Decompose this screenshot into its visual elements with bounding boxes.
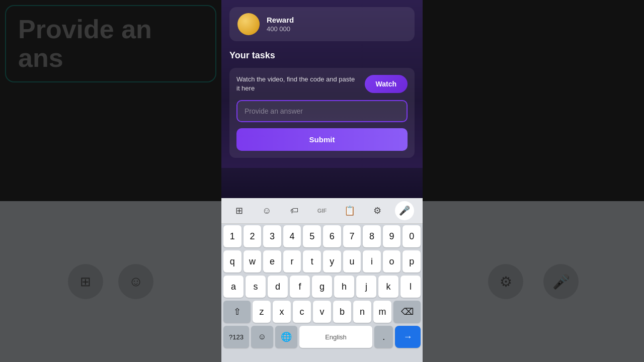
key-5[interactable]: 5 [303, 225, 321, 247]
qwerty-row: q w e r t y u i o p [221, 249, 423, 274]
key-u[interactable]: u [343, 250, 361, 273]
task-description: Watch the video, find the code and paste… [236, 75, 359, 93]
key-s[interactable]: s [246, 276, 266, 298]
key-e[interactable]: e [263, 250, 281, 273]
bg-grid-icon: ⊞ [68, 264, 103, 299]
grid-icon: ⊞ [235, 205, 243, 216]
keyboard-grid-btn[interactable]: ⊞ [229, 201, 249, 220]
background-left-text: Provide an ans [18, 15, 203, 72]
key-h[interactable]: h [334, 276, 354, 298]
key-z[interactable]: z [253, 301, 271, 323]
key-4[interactable]: 4 [283, 225, 301, 247]
reward-card: Reward 400 000 [229, 7, 415, 41]
keyboard-mic-btn[interactable]: 🎤 [395, 201, 414, 220]
mic-icon: 🎤 [399, 205, 410, 216]
reward-value: 400 000 [267, 25, 294, 33]
key-6[interactable]: 6 [323, 225, 341, 247]
space-key[interactable]: English [299, 326, 373, 348]
reward-info: Reward 400 000 [267, 16, 294, 33]
reward-label: Reward [267, 16, 294, 24]
key-f[interactable]: f [290, 276, 310, 298]
keyboard-sticker-btn[interactable]: 🏷 [285, 201, 304, 220]
key-i[interactable]: i [363, 250, 381, 273]
bg-right-icons: ⚙ 🎤 [488, 264, 579, 299]
key-3[interactable]: 3 [263, 225, 281, 247]
emoji-key-icon: ☺ [258, 332, 266, 341]
key-g[interactable]: g [312, 276, 332, 298]
key-a[interactable]: a [223, 276, 244, 298]
asdf-row: a s d f g h j k l [221, 274, 423, 299]
number-row: 1 2 3 4 5 6 7 8 9 0 [221, 224, 423, 249]
bg-keyboard-right: ⚙ 🎤 [423, 201, 644, 362]
bg-left-icons: ⊞ ☺ [68, 264, 153, 299]
keyboard-clipboard-btn[interactable]: 📋 [340, 201, 359, 220]
key-7[interactable]: 7 [343, 225, 361, 247]
globe-key[interactable]: 🌐 [275, 326, 297, 348]
task-row: Watch the video, find the code and paste… [236, 75, 408, 93]
tasks-heading: Your tasks [229, 50, 415, 61]
key-r[interactable]: r [283, 250, 301, 273]
answer-input[interactable] [236, 100, 408, 122]
num-sym-key[interactable]: ?123 [223, 326, 249, 348]
bg-keyboard-left: ⊞ ☺ [0, 201, 221, 362]
key-1[interactable]: 1 [223, 225, 242, 247]
key-8[interactable]: 8 [363, 225, 381, 247]
zxcv-row: ⇧ z x c v b n m ⌫ [221, 299, 423, 324]
emoji-icon: ☺ [262, 206, 271, 216]
backspace-icon: ⌫ [401, 306, 414, 317]
key-k[interactable]: k [378, 276, 398, 298]
key-p[interactable]: p [403, 250, 421, 273]
shift-key[interactable]: ⇧ [223, 301, 251, 323]
enter-key[interactable]: → [395, 326, 421, 348]
background-left-card: Provide an ans [5, 5, 216, 82]
clipboard-icon: 📋 [344, 205, 355, 216]
keyboard-gif-btn[interactable]: GIF [312, 201, 332, 220]
keyboard-emoji-btn[interactable]: ☺ [257, 201, 276, 220]
key-y[interactable]: y [323, 250, 341, 273]
key-w[interactable]: w [244, 250, 262, 273]
bg-settings-icon: ⚙ [488, 264, 523, 299]
globe-icon: 🌐 [281, 331, 292, 342]
center-panel: Reward 400 000 Your tasks Watch the vide… [221, 0, 423, 362]
key-c[interactable]: c [293, 301, 311, 323]
purple-footer [221, 168, 423, 198]
key-b[interactable]: b [333, 301, 351, 323]
bg-left-icons-row1: ⊞ ☺ [68, 264, 153, 299]
keyboard-settings-btn[interactable]: ⚙ [368, 201, 387, 220]
settings-icon: ⚙ [373, 205, 381, 216]
key-o[interactable]: o [383, 250, 401, 273]
key-m[interactable]: m [373, 301, 391, 323]
key-t[interactable]: t [303, 250, 321, 273]
key-n[interactable]: n [353, 301, 371, 323]
key-v[interactable]: v [313, 301, 331, 323]
key-l[interactable]: l [400, 276, 421, 298]
key-9[interactable]: 9 [383, 225, 401, 247]
keyboard-toolbar: ⊞ ☺ 🏷 GIF 📋 ⚙ 🎤 [221, 198, 423, 224]
task-card: Watch the video, find the code and paste… [229, 68, 415, 158]
key-d[interactable]: d [268, 276, 288, 298]
emoji-key[interactable]: ☺ [251, 326, 273, 348]
key-q[interactable]: q [223, 250, 242, 273]
bg-mic-icon: 🎤 [543, 264, 579, 299]
sticker-icon: 🏷 [290, 206, 298, 215]
key-j[interactable]: j [356, 276, 376, 298]
watch-button[interactable]: Watch [365, 75, 408, 93]
bottom-row: ?123 ☺ 🌐 English . → [221, 324, 423, 349]
gif-label: GIF [317, 208, 327, 214]
submit-button[interactable]: Submit [236, 128, 408, 151]
key-2[interactable]: 2 [244, 225, 262, 247]
bg-emoji-icon: ☺ [118, 264, 153, 299]
key-0[interactable]: 0 [403, 225, 421, 247]
key-x[interactable]: x [273, 301, 291, 323]
enter-icon: → [403, 332, 412, 342]
period-key[interactable]: . [374, 326, 392, 348]
top-section: Reward 400 000 Your tasks Watch the vide… [221, 0, 423, 168]
backspace-key[interactable]: ⌫ [393, 301, 421, 323]
shift-icon: ⇧ [233, 306, 241, 317]
reward-coin-icon [237, 13, 260, 35]
keyboard-section: ⊞ ☺ 🏷 GIF 📋 ⚙ 🎤 1 2 3 [221, 198, 423, 362]
